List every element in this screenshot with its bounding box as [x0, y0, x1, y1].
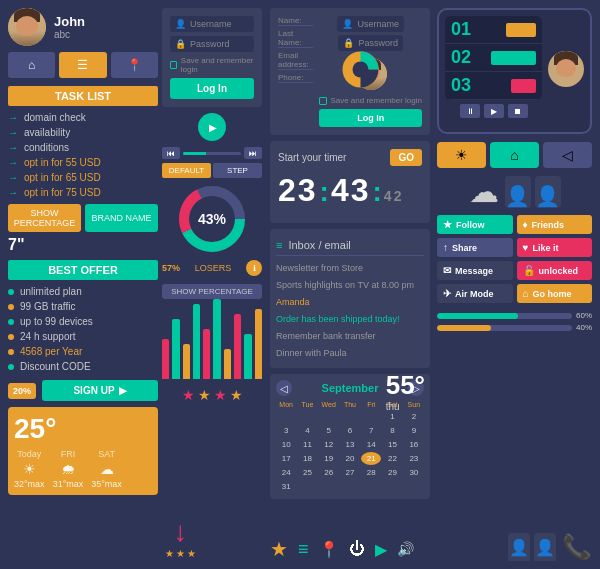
show-percentage-button[interactable]: SHOW PERCENTAGE — [8, 204, 81, 232]
star-icon: ★ — [230, 387, 243, 403]
lock-open-icon: 🔓 — [523, 265, 535, 276]
calendar-day[interactable]: 10 — [276, 438, 296, 451]
mid-left-panel: 👤 Username 🔒 Password Save and remember … — [162, 8, 262, 407]
calendar-day[interactable]: 27 — [340, 466, 360, 479]
play-button[interactable] — [198, 113, 226, 141]
play-button2[interactable]: ▶ — [484, 104, 504, 118]
tab-step[interactable]: STEP — [213, 163, 262, 178]
calendar-day[interactable]: 15 — [382, 438, 402, 451]
home-button[interactable]: ⌂ — [8, 52, 55, 78]
tab-default[interactable]: DEFAULT — [162, 163, 211, 178]
timer-colon2: : — [373, 176, 382, 208]
calendar-day[interactable]: 4 — [297, 424, 317, 437]
calendar-day[interactable]: 17 — [276, 452, 296, 465]
calendar-day-header: Tue — [297, 400, 317, 409]
people-icons: 👤 👤 — [508, 533, 556, 561]
timer-minutes: 43 — [331, 172, 371, 209]
cloud-icon: ☁ — [91, 461, 122, 477]
follow-button[interactable]: ★ Follow — [437, 215, 513, 234]
calendar-day[interactable]: 5 — [319, 424, 339, 437]
airmode-button[interactable]: ✈ Air Mode — [437, 284, 513, 303]
calendar-day[interactable]: 31 — [276, 480, 296, 493]
phone-mockup: 01 02 03 ⏸ ▶ ⏹ — [437, 8, 592, 134]
task-list: →domain check →availability →conditions … — [8, 110, 158, 200]
airplane-icon: ✈ — [443, 288, 451, 299]
person-group: 👤 👤 — [508, 533, 556, 561]
temperature-days: Today ☀ 32°max FRI 🌧 31°max SAT ☁ 35°max — [14, 449, 152, 489]
download-icon: ↓ — [165, 516, 196, 548]
cloud-icon: ☁ — [469, 174, 499, 209]
progress-section: 60% 40% — [437, 311, 592, 332]
calendar-day[interactable]: 26 — [319, 466, 339, 479]
progress-track — [437, 313, 572, 319]
calendar-prev-button[interactable]: ◁ — [276, 380, 292, 396]
calendar-day[interactable]: 6 — [340, 424, 360, 437]
name-col: Name: Last Name: Email address: Phone: — [278, 16, 313, 86]
calendar-day[interactable]: 20 — [340, 452, 360, 465]
calendar-day[interactable]: 3 — [276, 424, 296, 437]
brand-name-button[interactable]: BRAND NAME — [85, 204, 158, 232]
username-field: 👤 Username — [170, 16, 254, 32]
calendar-day[interactable]: 28 — [361, 466, 381, 479]
action-home-button[interactable]: ⌂ — [490, 142, 539, 168]
location-button[interactable]: 📍 — [111, 52, 158, 78]
action-back-button[interactable]: ◁ — [543, 142, 592, 168]
timer-go-button[interactable]: GO — [390, 149, 422, 166]
list-item: Newsletter from Store — [276, 260, 424, 277]
login-button2[interactable]: Log In — [319, 109, 422, 127]
likeit-button[interactable]: ♥ Like it — [517, 238, 593, 257]
calendar-day[interactable]: 29 — [382, 466, 402, 479]
timer-hours: 23 — [278, 172, 318, 209]
calendar-day[interactable]: 12 — [319, 438, 339, 451]
user-silhouette: 👤 — [535, 176, 561, 208]
dot-icon — [8, 349, 14, 355]
calendar-day-header: Thu — [340, 400, 360, 409]
stars-row: ★ ★ ★ ★ — [162, 387, 262, 403]
signup-button[interactable]: SIGN UP ▶ — [42, 380, 158, 401]
fast-forward-button[interactable]: ⏭ — [244, 147, 262, 159]
calendar-day[interactable]: 21 — [361, 452, 381, 465]
unlocked-button[interactable]: 🔓 unlocked — [517, 261, 593, 280]
arrow-icon: → — [8, 112, 18, 123]
share-button[interactable]: ↑ Share — [437, 238, 513, 257]
calendar-day[interactable]: 23 — [404, 452, 424, 465]
calendar-day[interactable]: 8 — [382, 424, 402, 437]
remember-checkbox2[interactable] — [319, 97, 327, 105]
list-item: up to 99 devices — [8, 314, 158, 329]
calendar-day[interactable]: 9 — [404, 424, 424, 437]
calendar-day[interactable]: 19 — [319, 452, 339, 465]
calendar-day[interactable]: 22 — [382, 452, 402, 465]
rewind-button[interactable]: ⏮ — [162, 147, 180, 159]
calendar-day[interactable]: 30 — [404, 466, 424, 479]
lock-icon: 🔒 — [175, 39, 186, 49]
calendar-day[interactable]: 13 — [340, 438, 360, 451]
calendar-day[interactable]: 11 — [297, 438, 317, 451]
timer-display: 23 : 43 : 42 — [278, 172, 422, 209]
media-progress-fill — [183, 152, 206, 155]
dot-icon — [8, 334, 14, 340]
calendar-day[interactable]: 25 — [297, 466, 317, 479]
calendar-day[interactable]: 24 — [276, 466, 296, 479]
calendar-day[interactable]: 7 — [361, 424, 381, 437]
inbox-list: Newsletter from Store Sports highlights … — [276, 260, 424, 362]
best-offer-header: BEST OFFER — [8, 260, 158, 280]
show-percentage-button2[interactable]: SHOW PERCENTAGE — [162, 284, 262, 299]
calendar-day[interactable]: 16 — [404, 438, 424, 451]
friends-button[interactable]: ♦ Friends — [517, 215, 593, 234]
gohome-button[interactable]: ⌂ Go home — [517, 284, 593, 303]
action-sun-button[interactable]: ☀ — [437, 142, 486, 168]
calendar-day[interactable]: 18 — [297, 452, 317, 465]
bar-chart — [162, 303, 262, 383]
calendar-day — [319, 410, 339, 423]
home-icon: ⌂ — [510, 147, 518, 163]
menu-button[interactable]: ☰ — [59, 52, 106, 78]
losers-info-button[interactable]: ℹ — [246, 260, 262, 276]
remember-checkbox[interactable] — [170, 61, 177, 69]
calendar-day[interactable]: 14 — [361, 438, 381, 451]
login-button[interactable]: Log In — [170, 78, 254, 99]
stop-button[interactable]: ⏹ — [508, 104, 528, 118]
message-button[interactable]: ✉ Message — [437, 261, 513, 280]
pause-button[interactable]: ⏸ — [460, 104, 480, 118]
losers-label: LOSERS — [195, 263, 232, 273]
svg-point-4 — [353, 62, 369, 78]
